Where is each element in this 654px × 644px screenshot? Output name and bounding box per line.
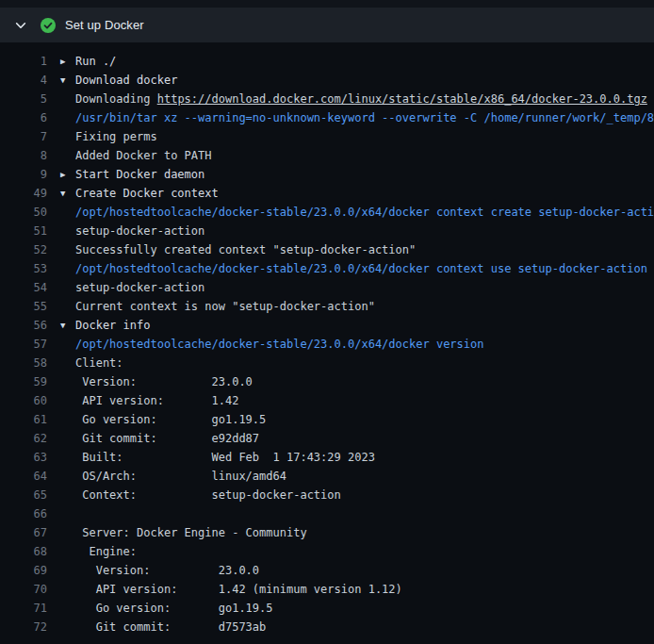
line-number[interactable]: 63	[0, 451, 47, 464]
log-line: 7Fixing perms	[0, 127, 654, 146]
log-command-text: /opt/hostedtoolcache/docker-stable/23.0.…	[75, 262, 654, 275]
line-number[interactable]: 59	[0, 375, 47, 388]
log-line: 49▼Create Docker context	[0, 184, 654, 203]
log-line: 53/opt/hostedtoolcache/docker-stable/23.…	[0, 259, 654, 278]
group-expand-icon[interactable]: ▶	[60, 57, 75, 66]
log-line: 4▼Download docker	[0, 71, 654, 90]
log-text: Engine:	[75, 545, 654, 558]
log-line: 71 Go version: go1.19.5	[0, 599, 654, 618]
line-number[interactable]: 50	[0, 206, 47, 219]
line-number[interactable]: 58	[0, 356, 47, 370]
log-text: setup-docker-action	[75, 281, 654, 294]
log-text: OS/Arch: linux/amd64	[75, 470, 654, 483]
log-line: 63 Built: Wed Feb 1 17:43:29 2023	[0, 448, 654, 467]
line-number[interactable]: 57	[0, 338, 47, 351]
log-line: 8Added Docker to PATH	[0, 146, 654, 165]
log-line: 72 Git commit: d7573ab	[0, 618, 654, 636]
log-line: 6/usr/bin/tar xz --warning=no-unknown-ke…	[0, 108, 654, 127]
log-text: Downloading https://download.docker.com/…	[75, 92, 654, 106]
log-line: 61 Go version: go1.19.5	[0, 410, 654, 429]
line-number[interactable]: 64	[0, 470, 47, 483]
log-text: Current context is now "setup-docker-act…	[75, 300, 654, 313]
line-number[interactable]: 67	[0, 526, 47, 539]
log-text: Create Docker context	[75, 187, 654, 200]
check-circle-icon	[41, 18, 56, 33]
line-number[interactable]: 56	[0, 319, 47, 332]
log-area[interactable]: 1▶Run ./4▼Download docker5Downloading ht…	[0, 42, 654, 644]
group-collapse-icon[interactable]: ▼	[60, 189, 75, 198]
line-number[interactable]: 5	[0, 92, 47, 106]
log-line: 54setup-docker-action	[0, 278, 654, 297]
log-line: 51setup-docker-action	[0, 222, 654, 240]
log-text: Git commit: e92dd87	[75, 432, 654, 445]
line-number[interactable]: 7	[0, 130, 47, 143]
group-expand-icon[interactable]: ▶	[60, 170, 75, 179]
log-command-text: /opt/hostedtoolcache/docker-stable/23.0.…	[75, 206, 654, 219]
log-link[interactable]: https://download.docker.com/linux/static…	[157, 92, 647, 106]
log-line: 67 Server: Docker Engine - Community	[0, 523, 654, 542]
line-number[interactable]: 4	[0, 74, 47, 87]
log-line: 52Successfully created context "setup-do…	[0, 240, 654, 259]
log-text: Docker info	[75, 319, 654, 332]
log-text-part: Downloading	[75, 92, 157, 106]
line-number[interactable]: 6	[0, 111, 47, 124]
step-title: Set up Docker	[65, 18, 144, 32]
line-number[interactable]: 49	[0, 187, 47, 200]
line-number[interactable]: 65	[0, 488, 47, 502]
log-line: 1▶Run ./	[0, 52, 654, 71]
log-text: Added Docker to PATH	[75, 149, 654, 162]
log-text: Built: Wed Feb 1 17:43:29 2023	[75, 451, 654, 464]
log-line: 65 Context: setup-docker-action	[0, 486, 654, 504]
log-text: Fixing perms	[75, 130, 654, 143]
line-number[interactable]: 55	[0, 300, 47, 313]
step-header[interactable]: Set up Docker	[0, 8, 654, 42]
line-number[interactable]: 60	[0, 394, 47, 407]
log-line: 9▶Start Docker daemon	[0, 165, 654, 184]
line-number[interactable]: 51	[0, 224, 47, 238]
line-number[interactable]: 69	[0, 564, 47, 577]
log-text: API version: 1.42 (minimum version 1.12)	[75, 583, 654, 596]
log-line: 50/opt/hostedtoolcache/docker-stable/23.…	[0, 203, 654, 222]
log-text: Download docker	[75, 74, 654, 87]
line-number[interactable]: 71	[0, 602, 47, 615]
log-command-text: /opt/hostedtoolcache/docker-stable/23.0.…	[75, 338, 654, 351]
log-line: 57/opt/hostedtoolcache/docker-stable/23.…	[0, 335, 654, 354]
line-number[interactable]: 54	[0, 281, 47, 294]
line-number[interactable]: 53	[0, 262, 47, 275]
line-number[interactable]: 9	[0, 168, 47, 181]
log-line: 5Downloading https://download.docker.com…	[0, 90, 654, 108]
log-line: 60 API version: 1.42	[0, 391, 654, 410]
group-collapse-icon[interactable]: ▼	[60, 321, 75, 330]
chevron-down-icon[interactable]	[13, 18, 28, 33]
log-text: Server: Docker Engine - Community	[75, 526, 654, 539]
log-text: Context: setup-docker-action	[75, 488, 654, 502]
log-line: 62 Git commit: e92dd87	[0, 429, 654, 448]
line-number[interactable]: 68	[0, 545, 47, 558]
log-line: 59 Version: 23.0.0	[0, 372, 654, 391]
line-number[interactable]: 62	[0, 432, 47, 445]
log-line: 69 Version: 23.0.0	[0, 561, 654, 580]
line-number[interactable]: 1	[0, 55, 47, 68]
log-command-text: /usr/bin/tar xz --warning=no-unknown-key…	[75, 111, 654, 124]
line-number[interactable]: 72	[0, 620, 47, 634]
line-number[interactable]: 61	[0, 413, 47, 426]
group-collapse-icon[interactable]: ▼	[60, 75, 75, 85]
line-number[interactable]: 66	[0, 507, 47, 520]
log-text: Version: 23.0.0	[75, 564, 654, 577]
log-text: Run ./	[75, 55, 654, 68]
log-lines: 1▶Run ./4▼Download docker5Downloading ht…	[0, 52, 654, 636]
log-line: 70 API version: 1.42 (minimum version 1.…	[0, 580, 654, 599]
log-line: 68 Engine:	[0, 542, 654, 561]
log-line: 56▼Docker info	[0, 316, 654, 335]
log-text: Start Docker daemon	[75, 168, 654, 181]
log-text: API version: 1.42	[75, 394, 654, 407]
log-text: Client:	[75, 356, 654, 370]
log-line: 55Current context is now "setup-docker-a…	[0, 297, 654, 316]
line-number[interactable]: 8	[0, 149, 47, 162]
line-number[interactable]: 52	[0, 243, 47, 256]
log-text: Successfully created context "setup-dock…	[75, 243, 654, 256]
log-text: Version: 23.0.0	[75, 375, 654, 388]
line-number[interactable]: 70	[0, 583, 47, 596]
log-line: 58Client:	[0, 354, 654, 372]
log-line: 66	[0, 504, 654, 523]
